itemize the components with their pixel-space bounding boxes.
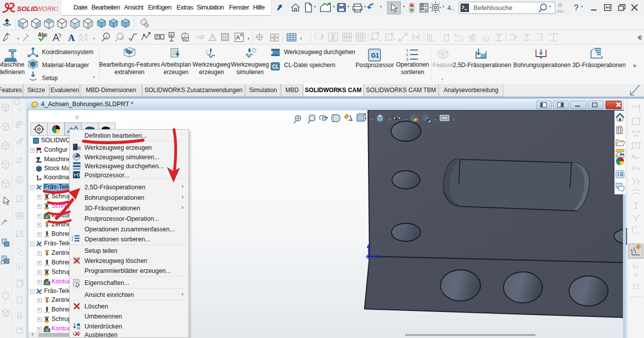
svg-text:?: ? bbox=[574, 4, 578, 12]
svg-text:WORKS: WORKS bbox=[36, 5, 58, 13]
svg-text:A: A bbox=[68, 33, 75, 43]
svg-text:A1: A1 bbox=[184, 38, 188, 41]
svg-text:A: A bbox=[170, 33, 173, 38]
svg-text:CL: CL bbox=[272, 64, 279, 70]
svg-text:A: A bbox=[236, 34, 240, 41]
svg-text:UØ: UØ bbox=[196, 34, 204, 40]
svg-text:0: 0 bbox=[18, 314, 21, 318]
svg-text:1: 1 bbox=[406, 48, 408, 53]
svg-text:01: 01 bbox=[78, 147, 82, 150]
svg-text:Befehlssuche: Befehlssuche bbox=[474, 4, 512, 12]
svg-text:2: 2 bbox=[406, 53, 408, 57]
svg-text:Abc: Abc bbox=[38, 32, 48, 38]
svg-text:1: 1 bbox=[106, 35, 108, 39]
svg-text:»: » bbox=[633, 62, 636, 69]
svg-text:G1: G1 bbox=[371, 52, 379, 59]
svg-text:2: 2 bbox=[72, 238, 74, 241]
svg-text:4..: 4.. bbox=[448, 5, 454, 12]
svg-text:SOLID: SOLID bbox=[17, 5, 38, 13]
